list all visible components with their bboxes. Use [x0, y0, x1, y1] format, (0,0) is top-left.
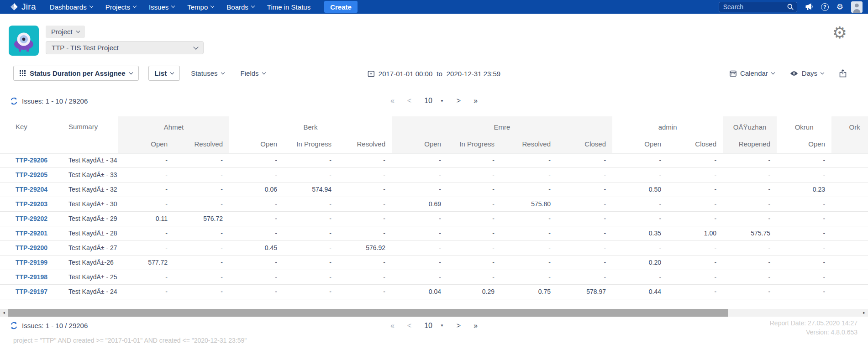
scroll-left-button[interactable]: ◂ — [0, 309, 8, 317]
nav-item-time-in-status[interactable]: Time in Status — [261, 0, 317, 14]
duration-cell: - — [668, 284, 723, 299]
duration-cell: 577.72 — [118, 255, 174, 270]
issue-key-link[interactable]: TTP-29203 — [16, 200, 47, 208]
scrollbar-thumb[interactable] — [8, 309, 728, 317]
next-page-button[interactable]: > — [457, 97, 461, 105]
last-page-button[interactable]: » — [473, 97, 478, 105]
settings-gear-icon[interactable]: ⚙ — [832, 25, 847, 41]
issue-key-link[interactable]: TTP-29201 — [16, 230, 47, 237]
refresh-button[interactable] — [10, 322, 18, 329]
duration-cell: - — [392, 182, 447, 197]
announcements-button[interactable] — [805, 3, 813, 11]
duration-cell: - — [338, 153, 392, 167]
nav-item-boards[interactable]: Boards — [220, 0, 261, 14]
page-size-select[interactable]: 10 ▼ — [424, 97, 444, 105]
help-button[interactable]: ? — [821, 3, 829, 11]
duration-cell: - — [668, 255, 723, 270]
issue-key-link[interactable]: TTP-29198 — [16, 273, 47, 281]
view-mode-button[interactable]: List — [148, 66, 180, 81]
duration-cell: 0.29 — [447, 284, 501, 299]
chevron-down-icon — [771, 70, 775, 74]
duration-cell: 578.97 — [557, 284, 612, 299]
next-page-button[interactable]: > — [457, 322, 461, 330]
user-avatar[interactable] — [851, 1, 863, 13]
jira-logo[interactable]: Jira — [10, 2, 36, 12]
duration-cell: - — [392, 153, 447, 167]
assignee-group-header: Emre — [392, 116, 612, 136]
create-button[interactable]: Create — [324, 1, 358, 13]
duration-cell: - — [284, 211, 338, 226]
date-from: 2017-01-01 00:00 — [379, 69, 432, 77]
prev-page-button[interactable]: < — [407, 322, 411, 330]
chevron-down-icon — [210, 4, 214, 8]
duration-cell: - — [557, 226, 612, 240]
duration-cell: 0.04 — [392, 284, 447, 299]
statuses-dropdown[interactable]: Statuses — [191, 69, 224, 77]
nav-item-issues[interactable]: Issues — [142, 0, 181, 14]
summary-cell: Test KaydÄ± - 32 — [68, 182, 118, 197]
issue-key-link[interactable]: TTP-29197 — [16, 288, 47, 295]
issue-key-link[interactable]: TTP-29205 — [16, 171, 47, 178]
calendar-dropdown[interactable]: Calendar — [730, 69, 774, 77]
duration-cell: - — [612, 211, 668, 226]
issue-key-link[interactable]: TTP-29204 — [16, 186, 47, 193]
status-column-header: In Progress — [447, 136, 501, 153]
duration-cell — [831, 153, 868, 167]
table-row: TTP-29200Test KaydÄ± - 27--0.45-576.92--… — [0, 240, 868, 255]
status-column-header: Open — [392, 136, 447, 153]
duration-cell: - — [777, 255, 831, 270]
duration-cell: - — [668, 197, 723, 211]
chevron-down-icon — [262, 70, 265, 74]
nav-item-tempo[interactable]: Tempo — [181, 0, 220, 14]
table-row: TTP-29199Test KaydÄ±-26577.72--------0.2… — [0, 255, 868, 270]
key-cell: TTP-29200 — [0, 240, 68, 255]
fields-dropdown[interactable]: Fields — [241, 69, 265, 77]
nav-item-projects[interactable]: Projects — [99, 0, 142, 14]
unit-dropdown[interactable]: Days — [790, 69, 824, 77]
duration-cell: - — [174, 182, 229, 197]
first-page-button[interactable]: « — [390, 97, 395, 105]
key-column-header: Key — [0, 116, 68, 153]
duration-cell: 575.75 — [723, 226, 777, 240]
nav-item-dashboards[interactable]: Dashboards — [43, 0, 99, 14]
duration-cell: - — [501, 270, 557, 284]
issue-key-link[interactable]: TTP-29206 — [16, 157, 47, 164]
search-box[interactable] — [719, 2, 797, 12]
duration-cell: - — [284, 255, 338, 270]
duration-cell: - — [501, 153, 557, 167]
search-input[interactable] — [723, 3, 783, 10]
duration-cell: - — [668, 211, 723, 226]
issue-key-link[interactable]: TTP-29200 — [16, 244, 47, 251]
issue-key-link[interactable]: TTP-29202 — [16, 215, 47, 222]
report-date: Report Date: 27.05.2020 14:27 — [770, 318, 857, 328]
duration-cell: - — [557, 255, 612, 270]
gear-icon[interactable]: ⚙ — [836, 3, 843, 11]
chevron-down-icon — [76, 29, 79, 32]
scroll-right-button[interactable]: ▸ — [860, 309, 868, 317]
first-page-button[interactable]: « — [390, 322, 395, 330]
duration-cell: - — [501, 211, 557, 226]
duration-cell: - — [284, 284, 338, 299]
duration-cell: 576.72 — [174, 211, 229, 226]
issue-key-link[interactable]: TTP-29199 — [16, 259, 47, 266]
report-type-button[interactable]: Status Duration per Assignee — [13, 66, 139, 81]
project-select[interactable]: TTP - TIS Test Project — [46, 41, 204, 54]
duration-cell: - — [668, 167, 723, 182]
duration-cell: - — [447, 226, 501, 240]
chevron-down-icon — [171, 4, 175, 8]
duration-cell: - — [284, 197, 338, 211]
refresh-button[interactable] — [10, 97, 18, 105]
prev-page-button[interactable]: < — [407, 97, 411, 105]
export-button[interactable] — [839, 69, 847, 78]
duration-cell: - — [723, 284, 777, 299]
duration-cell: 0.44 — [612, 284, 668, 299]
scope-selector-button[interactable]: Project — [46, 26, 85, 38]
summary-cell: Test KaydÄ± - 34 — [68, 153, 118, 167]
last-page-button[interactable]: » — [473, 322, 478, 330]
page-size-select[interactable]: 10 ▼ — [424, 322, 444, 330]
duration-cell — [831, 197, 868, 211]
horizontal-scrollbar[interactable]: ◂ ▸ — [0, 309, 868, 317]
date-range-control[interactable]: 2017-01-01 00:00 to 2020-12-31 23:59 — [368, 69, 500, 77]
assignee-group-header: Berk — [229, 116, 392, 136]
scrollbar-track[interactable] — [728, 309, 860, 317]
